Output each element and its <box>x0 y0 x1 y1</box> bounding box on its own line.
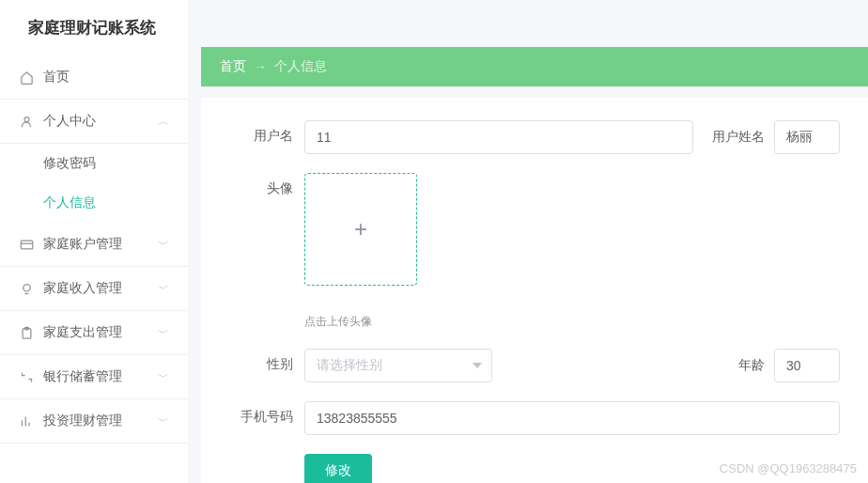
sidebar-item-home[interactable]: 首页 <box>0 55 188 100</box>
sidebar-item-income[interactable]: 家庭收入管理 ﹀ <box>0 267 188 311</box>
chevron-up-icon: ︿ <box>158 114 169 130</box>
sidebar-item-savings[interactable]: 银行储蓄管理 ﹀ <box>0 355 188 399</box>
sidebar-item-expense[interactable]: 家庭支出管理 ﹀ <box>0 311 188 355</box>
main-content: 首页 → 个人信息 用户名 用户姓名 头像 + <box>188 0 868 483</box>
sidebar-item-label: 首页 <box>43 69 169 86</box>
breadcrumb-current: 个人信息 <box>274 58 327 75</box>
sidebar-menu: 首页 个人中心 ︿ 修改密码 个人信息 家庭账户管理 ﹀ 家庭收入管理 ﹀ 家庭 <box>0 55 188 483</box>
avatar-label: 头像 <box>229 173 304 197</box>
bulb-icon <box>19 281 34 296</box>
chevron-down-icon: ﹀ <box>158 281 169 297</box>
form-panel: 用户名 用户姓名 头像 + 点击上传头像 <box>201 98 868 483</box>
sidebar-subitem-password[interactable]: 修改密码 <box>0 144 188 183</box>
phone-input[interactable] <box>304 401 840 435</box>
sidebar-item-personal[interactable]: 个人中心 ︿ <box>0 100 188 144</box>
realname-label: 用户姓名 <box>712 129 765 146</box>
plus-icon: + <box>354 216 367 242</box>
card-icon <box>19 237 34 252</box>
avatar-hint: 点击上传头像 <box>304 314 372 330</box>
age-label: 年龄 <box>738 357 765 374</box>
sidebar: 家庭理财记账系统 首页 个人中心 ︿ 修改密码 个人信息 家庭账户管理 ﹀ 家庭… <box>0 0 188 483</box>
row-gender: 性别 请选择性别 年龄 <box>229 349 840 382</box>
chevron-down-icon: ﹀ <box>158 413 169 429</box>
username-input[interactable] <box>304 120 693 154</box>
sidebar-item-label: 个人中心 <box>43 113 158 130</box>
gender-select[interactable]: 请选择性别 <box>304 349 492 382</box>
sidebar-item-invest[interactable]: 投资理财管理 ﹀ <box>0 399 188 444</box>
svg-rect-1 <box>21 241 33 249</box>
sidebar-item-label: 家庭支出管理 <box>43 324 158 341</box>
gender-label: 性别 <box>229 349 304 373</box>
chevron-down-icon: ﹀ <box>158 369 169 385</box>
breadcrumb: 首页 → 个人信息 <box>201 47 868 86</box>
svg-point-0 <box>24 117 29 121</box>
age-input[interactable] <box>774 349 840 382</box>
gender-placeholder: 请选择性别 <box>317 357 382 374</box>
clipboard-icon <box>19 325 34 340</box>
phone-label: 手机号码 <box>229 401 304 426</box>
sidebar-item-label: 银行储蓄管理 <box>43 368 158 385</box>
sidebar-subitem-profile[interactable]: 个人信息 <box>0 183 188 223</box>
row-avatar: 头像 + 点击上传头像 <box>229 173 840 330</box>
topbar-spacer <box>201 0 868 47</box>
chevron-down-icon: ﹀ <box>158 325 169 341</box>
sidebar-item-label: 家庭账户管理 <box>43 236 158 253</box>
chevron-down-icon: ﹀ <box>158 237 169 253</box>
expand-icon <box>19 369 34 384</box>
sidebar-item-accounts[interactable]: 家庭账户管理 ﹀ <box>0 223 188 267</box>
row-username: 用户名 用户姓名 <box>229 120 840 154</box>
submit-button[interactable]: 修改 <box>304 454 372 483</box>
sidebar-item-label: 家庭收入管理 <box>43 280 158 297</box>
row-phone: 手机号码 <box>229 401 840 435</box>
watermark: CSDN @QQ1963288475 <box>720 461 857 475</box>
sidebar-item-label: 投资理财管理 <box>43 413 158 429</box>
breadcrumb-home[interactable]: 首页 <box>220 58 246 75</box>
home-icon <box>19 70 34 85</box>
username-label: 用户名 <box>229 120 304 145</box>
avatar-upload[interactable]: + <box>304 173 417 286</box>
chart-icon <box>19 413 34 428</box>
breadcrumb-separator: → <box>254 59 267 74</box>
realname-input[interactable] <box>774 120 840 154</box>
svg-point-3 <box>23 284 30 291</box>
user-icon <box>19 114 34 129</box>
app-title: 家庭理财记账系统 <box>0 0 188 55</box>
